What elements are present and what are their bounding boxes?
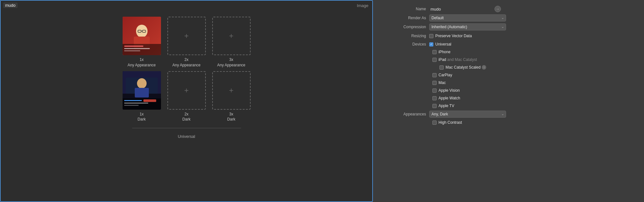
grid-cell-2x-any: + 2x Any Appearance xyxy=(167,17,206,68)
high-contrast-label: High Contrast xyxy=(439,120,462,125)
devices-row-universal: Devices Universal xyxy=(373,40,644,48)
compression-label: Compression xyxy=(378,25,429,29)
grid-cell-1x-dark: 1x Dark xyxy=(123,71,161,122)
iphone-checkbox[interactable] xyxy=(432,50,437,54)
ipad-label: iPad xyxy=(439,57,446,62)
add-icon-3x-dark: + xyxy=(229,86,233,95)
mac-catalyst-info-icon[interactable]: i xyxy=(482,65,486,70)
devices-row-apple-vision: Apple Vision xyxy=(427,87,644,94)
apple-vision-checkbox[interactable] xyxy=(432,88,437,93)
apple-watch-checkbox[interactable] xyxy=(432,96,437,100)
preserve-vector-checkbox[interactable] xyxy=(429,34,433,38)
render-as-label: Render As xyxy=(378,16,429,20)
devices-row-mac: Mac xyxy=(427,79,644,87)
name-row: Name → xyxy=(373,4,644,13)
universal-checkbox[interactable] xyxy=(429,42,433,46)
cell-label-3x-dark: 3x Dark xyxy=(227,112,235,122)
name-label: Name xyxy=(378,7,429,11)
appearances-select-wrapper: Any, Dark None Any Any, Dark, High Contr… xyxy=(429,111,506,118)
mac-catalyst-scaled-label: Mac Catalyst Scaled xyxy=(446,65,480,70)
svg-rect-9 xyxy=(124,48,150,49)
svg-rect-8 xyxy=(124,46,143,47)
devices-row-ipad: iPad and Mac Catalyst xyxy=(427,56,644,63)
universal-label: Universal xyxy=(435,42,451,46)
devices-row-apple-watch: Apple Watch xyxy=(427,94,644,102)
grid-cell-3x-any: + 3x Any Appearance xyxy=(212,17,251,68)
name-input-wrapper: → xyxy=(429,6,501,12)
carplay-checkbox[interactable] xyxy=(432,73,437,77)
appearances-select[interactable]: Any, Dark None Any Any, Dark, High Contr… xyxy=(429,111,506,118)
tab-label[interactable]: mudo xyxy=(3,3,18,8)
compression-select-wrapper: Inherited (Automatic) Automatic Lossless… xyxy=(429,23,506,30)
add-icon-2x-any: + xyxy=(184,31,189,40)
compression-select[interactable]: Inherited (Automatic) Automatic Lossless… xyxy=(429,23,506,30)
image-label: Image xyxy=(357,3,368,8)
grid-cell-1x-any: 1x Any Appearance xyxy=(123,17,161,68)
appearances-row: Appearances Any, Dark None Any Any, Dark… xyxy=(373,110,644,119)
high-contrast-checkbox[interactable] xyxy=(432,121,437,125)
appearances-label: Appearances xyxy=(378,112,429,116)
render-as-select[interactable]: Default Original Image Template Image xyxy=(429,14,506,21)
render-as-select-wrapper: Default Original Image Template Image xyxy=(429,14,506,21)
add-icon-2x-dark: + xyxy=(184,86,189,95)
iphone-label: iPhone xyxy=(439,50,450,54)
cell-label-1x-any: 1x Any Appearance xyxy=(127,57,156,68)
apple-vision-label: Apple Vision xyxy=(439,88,460,93)
svg-rect-17 xyxy=(124,100,142,101)
grid-cell-2x-dark: + 2x Dark xyxy=(167,71,206,122)
svg-rect-15 xyxy=(135,88,149,97)
cell-label-2x-any: 2x Any Appearance xyxy=(172,57,200,68)
asset-editor-panel: mudo Image xyxy=(0,0,373,202)
compression-row: Compression Inherited (Automatic) Automa… xyxy=(373,22,644,31)
devices-row-apple-tv: Apple TV xyxy=(427,102,644,110)
mac-checkbox[interactable] xyxy=(432,81,437,85)
cell-label-1x-dark: 1x Dark xyxy=(138,112,146,122)
carplay-label: CarPlay xyxy=(439,73,452,77)
ipad-checkbox[interactable] xyxy=(432,58,437,62)
image-drop-1x-any[interactable] xyxy=(123,17,161,55)
image-drop-3x-any[interactable]: + xyxy=(212,17,251,55)
devices-row-carplay: CarPlay xyxy=(427,71,644,79)
resizing-row: Resizing Preserve Vector Data xyxy=(373,31,644,40)
section-divider xyxy=(132,128,241,128)
mac-catalyst-suffix: and Mac Catalyst xyxy=(446,57,477,62)
cell-label-2x-dark: 2x Dark xyxy=(182,112,190,122)
image-preview-1x-any xyxy=(123,17,161,55)
image-preview-1x-dark xyxy=(123,71,161,110)
high-contrast-row: High Contrast xyxy=(427,119,644,126)
apple-watch-label: Apple Watch xyxy=(439,96,460,100)
properties-panel: Name → Render As Default Original Image … xyxy=(373,0,644,202)
svg-rect-18 xyxy=(143,99,156,102)
preserve-vector-label: Preserve Vector Data xyxy=(435,34,472,38)
any-appearance-row: 1x Any Appearance + 2x Any Appearance + xyxy=(123,17,251,68)
mac-label: Mac xyxy=(439,80,446,85)
image-drop-1x-dark[interactable] xyxy=(123,71,161,110)
svg-rect-20 xyxy=(124,105,139,106)
image-drop-2x-dark[interactable]: + xyxy=(167,71,206,110)
image-drop-3x-dark[interactable]: + xyxy=(212,71,251,110)
section-label: Universal xyxy=(178,134,195,139)
devices-label: Devices xyxy=(378,42,429,46)
image-grid: 1x Any Appearance + 2x Any Appearance + xyxy=(123,17,251,139)
dark-row: 1x Dark + 2x Dark + 3x xyxy=(123,71,251,122)
svg-point-14 xyxy=(137,78,147,88)
name-input[interactable] xyxy=(429,6,493,12)
svg-rect-10 xyxy=(124,50,140,51)
render-as-row: Render As Default Original Image Templat… xyxy=(373,13,644,22)
apple-tv-checkbox[interactable] xyxy=(432,104,437,108)
svg-rect-19 xyxy=(124,103,148,104)
resizing-label: Resizing xyxy=(378,34,429,38)
grid-cell-3x-dark: + 3x Dark xyxy=(212,71,251,122)
devices-row-iphone: iPhone xyxy=(427,48,644,56)
add-icon-3x-any: + xyxy=(229,31,233,40)
devices-row-mac-catalyst-scaled: Mac Catalyst Scaled i xyxy=(434,63,644,71)
apple-tv-label: Apple TV xyxy=(439,104,454,108)
image-drop-2x-any[interactable]: + xyxy=(167,17,206,55)
mac-catalyst-scaled-checkbox[interactable] xyxy=(439,65,444,70)
cell-label-3x-any: 3x Any Appearance xyxy=(217,57,245,68)
name-go-button[interactable]: → xyxy=(495,6,501,12)
